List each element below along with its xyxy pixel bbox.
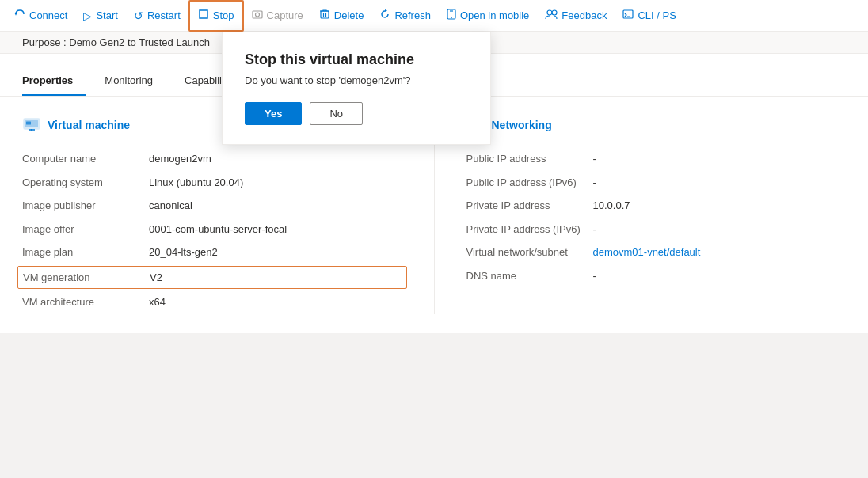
svg-rect-0 (200, 10, 207, 18)
svg-rect-1 (253, 11, 262, 18)
open-mobile-button[interactable]: Open in mobile (439, 0, 537, 32)
yes-button[interactable]: Yes (245, 102, 302, 125)
delete-button[interactable]: Delete (311, 0, 372, 32)
refresh-icon (379, 9, 390, 22)
connect-button[interactable]: Connect (6, 0, 75, 32)
prop-public-ip: Public IP address - (466, 147, 847, 171)
networking-section-header: Networking (466, 116, 847, 135)
prop-public-ip-v6: Public IP address (IPv6) - (466, 171, 847, 195)
stop-popup-message: Do you want to stop 'demogen2vm'? (245, 74, 468, 86)
networking-column: Networking Public IP address - Public IP… (434, 116, 847, 314)
cli-ps-button[interactable]: CLI / PS (615, 0, 683, 32)
delete-icon (319, 9, 330, 22)
feedback-icon (545, 9, 558, 22)
capture-button[interactable]: Capture (244, 0, 311, 32)
vm-section-title: Virtual machine (48, 119, 130, 131)
popup-buttons: Yes No (245, 102, 468, 125)
capture-icon (252, 9, 263, 22)
networking-section-title: Networking (492, 119, 552, 131)
prop-image-plan: Image plan 20_04-lts-gen2 (22, 241, 402, 264)
prop-os: Operating system Linux (ubuntu 20.04) (22, 171, 402, 195)
prop-image-offer: Image offer 0001-com-ubuntu-server-focal (22, 218, 402, 241)
svg-point-2 (255, 13, 259, 17)
stop-popup: Stop this virtual machine Do you want to… (222, 32, 491, 145)
stop-popup-title: Stop this virtual machine (245, 51, 468, 68)
vm-icon (22, 116, 41, 135)
prop-private-ip-v6: Private IP address (IPv6) - (466, 218, 847, 241)
vnet-link[interactable]: demovm01-vnet/default (593, 245, 701, 260)
svg-point-6 (547, 10, 552, 15)
purpose-text: Purpose : Demo Gen2 to Trusted Launch (22, 36, 210, 48)
prop-vm-architecture: VM architecture x64 (22, 290, 402, 314)
svg-rect-3 (321, 11, 329, 18)
restart-icon: ↺ (134, 9, 143, 22)
feedback-button[interactable]: Feedback (537, 0, 615, 32)
refresh-button[interactable]: Refresh (371, 0, 439, 32)
start-icon: ▷ (83, 9, 92, 22)
connect-icon (14, 9, 25, 22)
prop-vm-generation: VM generation V2 (17, 266, 407, 290)
tab-properties[interactable]: Properties (22, 66, 86, 96)
mobile-icon (447, 9, 456, 22)
prop-vnet-subnet: Virtual network/subnet demovm01-vnet/def… (466, 241, 847, 264)
stop-icon (198, 9, 209, 22)
start-button[interactable]: ▷ Start (75, 0, 125, 32)
svg-point-5 (451, 17, 452, 19)
prop-dns-name: DNS name - (466, 264, 847, 288)
prop-image-publisher: Image publisher canonical (22, 194, 402, 218)
restart-button[interactable]: ↺ Restart (126, 0, 188, 32)
no-button[interactable]: No (310, 102, 363, 125)
toolbar: Connect ▷ Start ↺ Restart Stop (0, 0, 868, 32)
svg-rect-11 (26, 122, 31, 125)
vm-column: Virtual machine Computer name demogen2vm… (22, 116, 434, 314)
tab-monitoring[interactable]: Monitoring (105, 66, 166, 96)
cli-icon (622, 9, 634, 22)
prop-computer-name: Computer name demogen2vm (22, 147, 402, 171)
prop-private-ip: Private IP address 10.0.0.7 (466, 194, 847, 218)
svg-point-7 (552, 10, 557, 15)
stop-button[interactable]: Stop (188, 0, 244, 32)
